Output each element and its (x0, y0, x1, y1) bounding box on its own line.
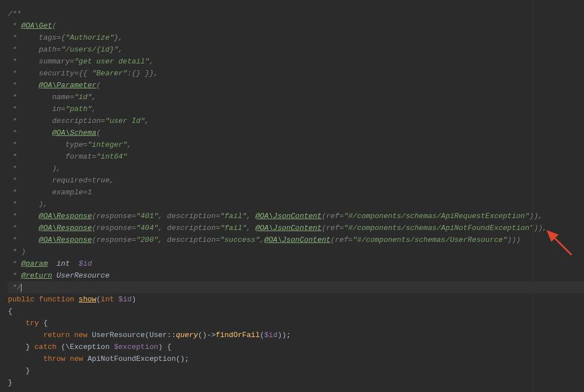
text-cursor (21, 284, 22, 292)
code-line: * example=1 (8, 186, 584, 198)
code-line: try { (8, 317, 584, 329)
right-margin-guide (532, 0, 533, 392)
code-line: * @OA\Schema( (8, 127, 584, 139)
code-line: return new UserResource(User::query()->f… (8, 329, 584, 341)
code-line: * name="id", (8, 91, 584, 103)
code-line: * description="user Id", (8, 115, 584, 127)
code-line: throw new ApiNotFoundException(); (8, 353, 584, 365)
code-line: * @OA\Response(response="401", descripti… (8, 210, 584, 222)
code-line: * ) (8, 246, 584, 258)
code-line: * @OA\Get( (8, 20, 584, 32)
code-line: * in="path", (8, 103, 584, 115)
code-line: } (8, 377, 584, 389)
code-line: * type="integer", (8, 139, 584, 151)
code-line: * tags={"Authorize"}, (8, 32, 584, 44)
code-editor[interactable]: /** * @OA\Get( * tags={"Authorize"}, * p… (0, 0, 584, 389)
code-line: { (8, 305, 584, 317)
code-line: } (8, 365, 584, 377)
code-line: * summary="get user detail", (8, 56, 584, 67)
code-line: * ), (8, 163, 584, 174)
code-line: * @OA\Response(response="200", descripti… (8, 234, 584, 246)
code-line: public function show(int $id) (8, 293, 584, 305)
code-line: * security={{ "Bearer":{} }}, (8, 67, 584, 79)
code-line: * required=true, (8, 174, 584, 186)
code-line: * @param int $id (8, 258, 584, 270)
code-line-cursor: */ (8, 282, 584, 293)
code-line: * ), (8, 198, 584, 210)
code-line: * @return UserResource (8, 270, 584, 282)
code-line: * @OA\Response(response="404", descripti… (8, 222, 584, 234)
code-line: } catch (\Exception $exception) { (8, 341, 584, 353)
code-line: * format="int64" (8, 151, 584, 163)
code-line: * @OA\Parameter( (8, 79, 584, 91)
code-line: /** (8, 8, 584, 20)
code-line: * path="/users/{id}", (8, 44, 584, 56)
